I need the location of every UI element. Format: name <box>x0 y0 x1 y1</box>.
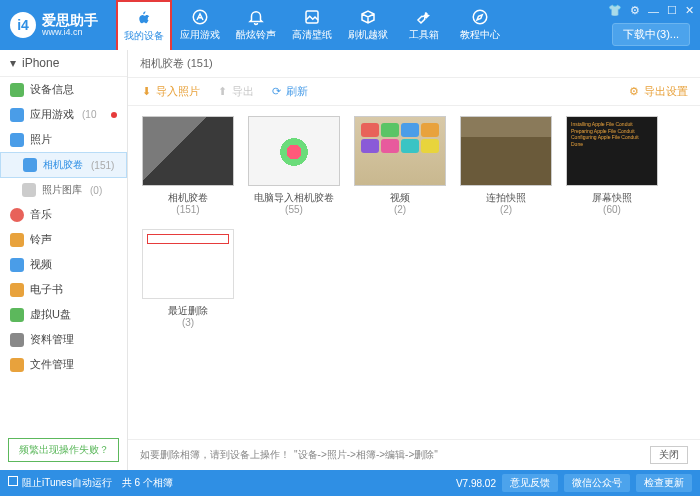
nav-tools[interactable]: 工具箱 <box>396 0 452 50</box>
music-icon <box>10 208 24 222</box>
album-item[interactable]: 相机胶卷(151) <box>142 116 234 215</box>
sidebar-item-photolib[interactable]: 照片图库(0) <box>0 178 127 202</box>
nav-apps[interactable]: 应用游戏 <box>172 0 228 50</box>
album-item[interactable]: 视频(2) <box>354 116 446 215</box>
album-count: 共 6 个相簿 <box>122 476 173 490</box>
photos-icon <box>10 133 24 147</box>
album-item[interactable]: 电脑导入相机胶卷(55) <box>248 116 340 215</box>
sidebar-item-udisk[interactable]: 虚拟U盘 <box>0 302 127 327</box>
hint-close-button[interactable]: 关闭 <box>650 446 688 464</box>
nav-label: 酷炫铃声 <box>236 28 276 42</box>
toolbar: ⬇导入照片 ⬆导出 ⟳刷新 ⚙导出设置 <box>128 78 700 106</box>
brand-url: www.i4.cn <box>42 27 98 37</box>
sidebar-item-deviceinfo[interactable]: 设备信息 <box>0 77 127 102</box>
apple-icon <box>135 9 153 27</box>
album-item[interactable]: Installing Apple File ConduitPreparing A… <box>566 116 658 215</box>
album-thumb <box>142 116 234 186</box>
nav-label: 我的设备 <box>124 29 164 43</box>
status-bar: 阻止iTunes自动运行 共 6 个相簿 V7.98.02 意见反馈 微信公众号… <box>0 470 700 496</box>
device-name: iPhone <box>22 56 59 70</box>
album-grid: 相机胶卷(151) 电脑导入相机胶卷(55) 视频(2) 连拍快照(2) Ins… <box>128 106 700 439</box>
folder-icon <box>22 183 36 197</box>
usb-icon <box>10 308 24 322</box>
album-thumb: Installing Apple File ConduitPreparing A… <box>566 116 658 186</box>
main-panel: 相机胶卷 (151) ⬇导入照片 ⬆导出 ⟳刷新 ⚙导出设置 相机胶卷(151)… <box>128 50 700 470</box>
sidebar-item-cameraroll[interactable]: 相机胶卷(151) <box>0 152 127 178</box>
image-icon <box>303 8 321 26</box>
box-icon <box>359 8 377 26</box>
sidebar-item-video[interactable]: 视频 <box>0 252 127 277</box>
hint-text: 如要删除相簿，请到设备上操作！ <box>140 448 290 462</box>
album-thumb <box>142 229 234 299</box>
feedback-button[interactable]: 意见反馈 <box>502 474 558 492</box>
refresh-button[interactable]: ⟳刷新 <box>270 84 308 99</box>
book-icon <box>10 283 24 297</box>
album-thumb <box>248 116 340 186</box>
import-button[interactable]: ⬇导入照片 <box>140 84 200 99</box>
top-nav: 我的设备 应用游戏 酷炫铃声 高清壁纸 刷机越狱 工具箱 教程中心 <box>116 0 508 50</box>
download-area: 下载中(3)... <box>612 23 690 46</box>
shirt-icon[interactable]: 👕 <box>608 4 622 17</box>
album-item[interactable]: 连拍快照(2) <box>460 116 552 215</box>
download-button[interactable]: 下载中(3)... <box>612 23 690 46</box>
sidebar-item-ringtones[interactable]: 铃声 <box>0 227 127 252</box>
close-icon[interactable]: ✕ <box>685 4 694 17</box>
nav-label: 教程中心 <box>460 28 500 42</box>
sidebar-item-files[interactable]: 文件管理 <box>0 352 127 377</box>
nav-label: 刷机越狱 <box>348 28 388 42</box>
gear-icon: ⚙ <box>628 86 640 98</box>
sidebar-item-ebooks[interactable]: 电子书 <box>0 277 127 302</box>
bell-icon <box>247 8 265 26</box>
appstore-icon <box>191 8 209 26</box>
window-controls: 👕 ⚙ — ☐ ✕ <box>608 4 694 17</box>
album-thumb <box>460 116 552 186</box>
itunes-checkbox[interactable]: 阻止iTunes自动运行 <box>8 476 112 490</box>
import-icon: ⬇ <box>140 86 152 98</box>
ringtone-icon <box>10 233 24 247</box>
sidebar: ▾ iPhone 设备信息 应用游戏(10 照片 相机胶卷(151) 照片图库(… <box>0 50 128 470</box>
chevron-down-icon: ▾ <box>10 56 16 70</box>
cameraroll-icon <box>23 158 37 172</box>
export-button[interactable]: ⬆导出 <box>216 84 254 99</box>
brand-name: 爱思助手 <box>42 13 98 27</box>
hint-bar: 如要删除相簿，请到设备上操作！ "设备->照片->相簿->编辑->删除" 关闭 <box>128 439 700 470</box>
album-thumb <box>354 116 446 186</box>
export-icon: ⬆ <box>216 86 228 98</box>
nav-label: 工具箱 <box>409 28 439 42</box>
nav-my-device[interactable]: 我的设备 <box>116 0 172 50</box>
hint-path: "设备->照片->相簿->编辑->删除" <box>294 448 438 462</box>
help-button[interactable]: 频繁出现操作失败？ <box>8 438 119 462</box>
sidebar-item-apps[interactable]: 应用游戏(10 <box>0 102 127 127</box>
info-icon <box>10 83 24 97</box>
video-icon <box>10 258 24 272</box>
sidebar-item-data[interactable]: 资料管理 <box>0 327 127 352</box>
nav-jailbreak[interactable]: 刷机越狱 <box>340 0 396 50</box>
notification-dot <box>111 112 117 118</box>
compass-icon <box>471 8 489 26</box>
data-icon <box>10 333 24 347</box>
refresh-icon: ⟳ <box>270 86 282 98</box>
breadcrumb: 相机胶卷 (151) <box>128 50 700 78</box>
maximize-icon[interactable]: ☐ <box>667 4 677 17</box>
nav-tutorials[interactable]: 教程中心 <box>452 0 508 50</box>
version-label: V7.98.02 <box>456 478 496 489</box>
logo-icon: i4 <box>10 12 36 38</box>
settings-icon[interactable]: ⚙ <box>630 4 640 17</box>
update-button[interactable]: 检查更新 <box>636 474 692 492</box>
sidebar-item-photos[interactable]: 照片 <box>0 127 127 152</box>
export-settings-button[interactable]: ⚙导出设置 <box>628 84 688 99</box>
logo: i4 爱思助手 www.i4.cn <box>0 12 108 38</box>
minimize-icon[interactable]: — <box>648 5 659 17</box>
nav-wallpapers[interactable]: 高清壁纸 <box>284 0 340 50</box>
sidebar-list: 设备信息 应用游戏(10 照片 相机胶卷(151) 照片图库(0) 音乐 铃声 … <box>0 77 127 430</box>
svg-point-2 <box>473 10 487 24</box>
device-selector[interactable]: ▾ iPhone <box>0 50 127 77</box>
nav-label: 高清壁纸 <box>292 28 332 42</box>
apps-icon <box>10 108 24 122</box>
nav-label: 应用游戏 <box>180 28 220 42</box>
wechat-button[interactable]: 微信公众号 <box>564 474 630 492</box>
nav-ringtones[interactable]: 酷炫铃声 <box>228 0 284 50</box>
files-icon <box>10 358 24 372</box>
sidebar-item-music[interactable]: 音乐 <box>0 202 127 227</box>
album-item[interactable]: 最近删除(3) <box>142 229 234 328</box>
